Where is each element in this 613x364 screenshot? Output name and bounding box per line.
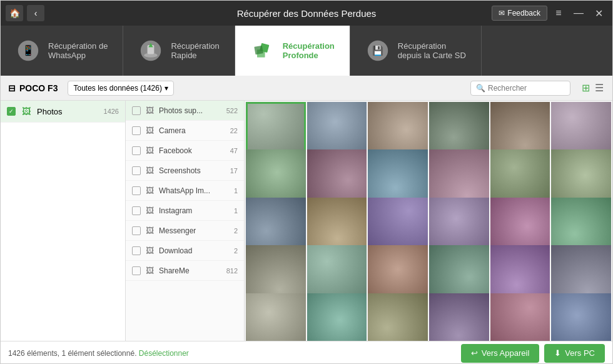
subfolder-camera[interactable]: 🖼 Camera 22 xyxy=(126,121,244,141)
svg-rect-8 xyxy=(254,46,263,55)
subfolder-count-messenger: 2 xyxy=(234,227,238,235)
grid-view-button[interactable]: ⊞ xyxy=(580,81,591,95)
status-bar: 1426 éléments, 1 élément sélectionné. Dé… xyxy=(1,341,612,364)
subfolder-checkbox-camera[interactable] xyxy=(132,126,141,135)
photo-cell[interactable] xyxy=(490,293,550,341)
nav-item-deep[interactable]: Récupération Profonde xyxy=(235,26,350,76)
photos-label: Photos xyxy=(37,107,99,116)
quick-nav-icon xyxy=(138,38,163,63)
nav-item-sd-text: Récupération depuis la Carte SD xyxy=(398,41,466,60)
minimize-button[interactable]: — xyxy=(570,4,587,22)
subfolder-list: 🖼 Photos sup... 522 🖼 Camera 22 🖼 Facebo… xyxy=(126,101,244,281)
feedback-button[interactable]: ✉ Feedback xyxy=(492,6,547,21)
subfolder-count-camera: 22 xyxy=(230,127,238,134)
list-view-button[interactable]: ☰ xyxy=(594,81,605,95)
nav-item-quick[interactable]: Récupération Rapide xyxy=(123,26,235,76)
subfolder-checkbox-photos-sup[interactable] xyxy=(132,106,141,115)
subfolder-icon-camera: 🖼 xyxy=(146,126,154,135)
app-title: Récupérer des Données Perdues xyxy=(237,8,377,19)
subfolder-name-messenger: Messenger xyxy=(159,226,229,235)
nav-item-sd[interactable]: 💾 Récupération depuis la Carte SD xyxy=(350,26,482,76)
toolbar: ⊟ POCO F3 Toutes les données (1426) ▾ 🔍 … xyxy=(1,76,612,101)
nav-item-deep-text: Récupération Profonde xyxy=(283,41,335,60)
photo-cell[interactable] xyxy=(429,293,489,341)
nav-item-quick-text: Récupération Rapide xyxy=(171,41,219,60)
svg-text:📱: 📱 xyxy=(22,44,35,57)
nav-label-whatsapp-1: Récupération de xyxy=(48,41,108,51)
subfolder-count-download: 2 xyxy=(234,247,238,255)
pc-download-icon: ⬇ xyxy=(554,348,561,358)
subfolder-icon-instagram: 🖼 xyxy=(146,206,154,215)
subfolder-instagram[interactable]: 🖼 Instagram 1 xyxy=(126,201,244,221)
search-box[interactable]: 🔍 xyxy=(470,81,570,96)
to-device-button[interactable]: ↩ Vers Appareil xyxy=(461,344,540,363)
subfolder-checkbox-download[interactable] xyxy=(132,246,141,255)
subfolder-checkbox-whatsapp-im[interactable] xyxy=(132,186,141,195)
close-button[interactable]: ✕ xyxy=(590,4,607,22)
subfolder-screenshots[interactable]: 🖼 Screenshots 17 xyxy=(126,161,244,181)
nav-label-sd-2: depuis la Carte SD xyxy=(398,51,466,60)
subfolder-download[interactable]: 🖼 Download 2 xyxy=(126,241,244,261)
subfolder-count-facebook: 47 xyxy=(230,147,238,154)
photos-checkbox[interactable] xyxy=(7,107,16,116)
subfolder-whatsapp-im[interactable]: 🖼 WhatsApp Im... 1 xyxy=(126,181,244,201)
photo-cell[interactable] xyxy=(551,293,611,341)
device-name: POCO F3 xyxy=(19,83,58,93)
photo-cell[interactable] xyxy=(368,293,428,341)
nav-label-quick-1: Récupération xyxy=(171,41,219,51)
subfolder-checkbox-shareme[interactable] xyxy=(132,266,141,275)
data-filter-label: Toutes les données (1426) xyxy=(73,84,161,93)
photos-icon: 🖼 xyxy=(21,106,32,117)
home-button[interactable]: 🏠 xyxy=(6,5,23,21)
to-device-label: Vers Appareil xyxy=(482,348,530,358)
search-input[interactable] xyxy=(488,84,563,93)
title-bar: 🏠 ‹ Récupérer des Données Perdues ✉ Feed… xyxy=(1,1,612,26)
data-filter-dropdown[interactable]: Toutes les données (1426) ▾ xyxy=(68,81,173,96)
subfolder-icon-shareme: 🖼 xyxy=(146,266,154,275)
subfolder-checkbox-instagram[interactable] xyxy=(132,206,141,215)
subfolder-checkbox-facebook[interactable] xyxy=(132,146,141,155)
title-bar-right: ✉ Feedback ≡ — ✕ xyxy=(492,4,607,22)
to-pc-label: Vers PC xyxy=(565,348,595,358)
subfolder-checkbox-messenger[interactable] xyxy=(132,226,141,235)
subfolder-name-photos-sup: Photos sup... xyxy=(159,106,221,115)
subfolder-name-shareme: ShareMe xyxy=(159,266,221,275)
sd-nav-icon: 💾 xyxy=(365,38,390,63)
nav-label-deep-2: Profonde xyxy=(283,51,335,60)
subfolder-photos-sup[interactable]: 🖼 Photos sup... 522 xyxy=(126,101,244,121)
subfolder-count-shareme: 812 xyxy=(226,267,238,275)
subfolder-facebook[interactable]: 🖼 Facebook 47 xyxy=(126,141,244,161)
subfolder-checkbox-screenshots[interactable] xyxy=(132,166,141,175)
subfolder-name-instagram: Instagram xyxy=(159,206,229,215)
device-upload-icon: ↩ xyxy=(471,348,478,358)
back-button[interactable]: ‹ xyxy=(27,5,44,21)
collapse-icon[interactable]: ⊟ xyxy=(8,83,16,93)
deep-nav-icon xyxy=(250,38,275,63)
view-toggles: ⊞ ☰ xyxy=(580,81,605,95)
nav-label-sd-1: Récupération xyxy=(398,41,466,51)
subfolder-shareme[interactable]: 🖼 ShareMe 812 xyxy=(126,261,244,281)
photo-cell[interactable] xyxy=(246,293,306,341)
subfolder-name-camera: Camera xyxy=(159,126,225,135)
nav-item-whatsapp-text: Récupération de WhatsApp xyxy=(48,41,108,60)
deselect-link[interactable]: Désélectionner xyxy=(139,349,189,358)
feedback-label: Feedback xyxy=(507,9,540,18)
dropdown-arrow-icon: ▾ xyxy=(165,84,168,93)
search-icon: 🔍 xyxy=(476,84,485,93)
subfolder-count-instagram: 1 xyxy=(234,207,238,215)
subfolder-count-photos-sup: 522 xyxy=(226,107,238,114)
subfolder-icon-download: 🖼 xyxy=(146,246,154,255)
menu-button[interactable]: ≡ xyxy=(550,4,567,22)
nav-item-whatsapp[interactable]: 📱 Récupération de WhatsApp xyxy=(1,26,123,76)
subfolder-icon-facebook: 🖼 xyxy=(146,146,154,155)
to-pc-button[interactable]: ⬇ Vers PC xyxy=(544,344,605,363)
device-label: ⊟ POCO F3 xyxy=(8,83,58,93)
category-photos[interactable]: 🖼 Photos 1426 xyxy=(1,101,125,123)
subfolder-count-whatsapp-im: 1 xyxy=(234,187,238,195)
subfolder-name-facebook: Facebook xyxy=(159,146,225,155)
left-panel: 🖼 Photos 1426 xyxy=(1,101,126,341)
subfolder-messenger[interactable]: 🖼 Messenger 2 xyxy=(126,221,244,241)
nav-bar: 📱 Récupération de WhatsApp Récupération … xyxy=(1,26,612,76)
photo-cell[interactable] xyxy=(307,293,367,341)
subfolder-name-whatsapp-im: WhatsApp Im... xyxy=(159,186,229,195)
